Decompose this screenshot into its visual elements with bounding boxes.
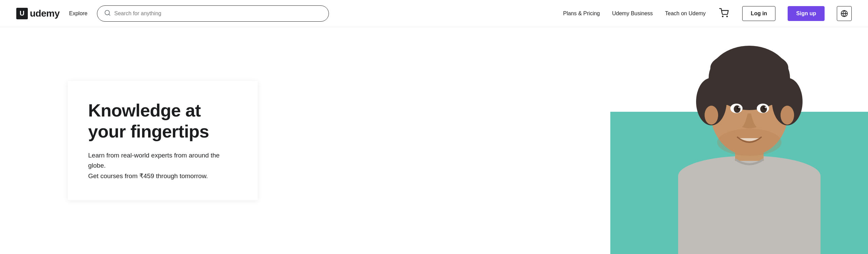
teach-on-udemy-link[interactable]: Teach on Udemy — [665, 10, 706, 17]
search-icon — [104, 9, 111, 18]
svg-point-24 — [738, 107, 740, 108]
udemy-business-link[interactable]: Udemy Business — [612, 10, 653, 17]
svg-point-20 — [734, 105, 741, 113]
navbar: U udemy Explore Plans & Pricing Udemy Bu… — [0, 0, 868, 27]
svg-point-26 — [717, 129, 782, 156]
svg-point-16 — [705, 106, 718, 125]
logo-icon: U — [16, 8, 28, 19]
hero-content-card: Knowledge at your fingertips Learn from … — [68, 81, 258, 200]
svg-point-2 — [723, 16, 723, 17]
svg-point-21 — [760, 105, 767, 113]
svg-line-1 — [109, 14, 110, 15]
hero-section: Knowledge at your fingertips Learn from … — [0, 27, 868, 254]
plans-pricing-link[interactable]: Plans & Pricing — [563, 10, 600, 17]
svg-point-25 — [765, 107, 767, 108]
svg-point-3 — [727, 16, 728, 17]
cart-button[interactable] — [718, 7, 730, 20]
search-bar — [97, 5, 329, 22]
search-input[interactable] — [114, 10, 322, 17]
login-button[interactable]: Log in — [742, 6, 775, 21]
globe-icon — [841, 10, 848, 17]
hero-title: Knowledge at your fingertips — [88, 100, 237, 142]
svg-point-15 — [710, 51, 788, 85]
hero-image-area — [563, 27, 868, 254]
hero-subtitle: Learn from real-world experts from aroun… — [88, 150, 237, 181]
language-selector[interactable] — [837, 6, 852, 21]
hero-person-illustration — [651, 34, 848, 254]
logo[interactable]: U udemy — [16, 8, 60, 19]
explore-button[interactable]: Explore — [68, 8, 89, 19]
nav-links: Plans & Pricing Udemy Business Teach on … — [563, 6, 852, 21]
signup-button[interactable]: Sign up — [788, 6, 825, 21]
svg-point-8 — [678, 156, 821, 196]
svg-point-17 — [781, 106, 794, 125]
logo-text: udemy — [30, 8, 60, 19]
